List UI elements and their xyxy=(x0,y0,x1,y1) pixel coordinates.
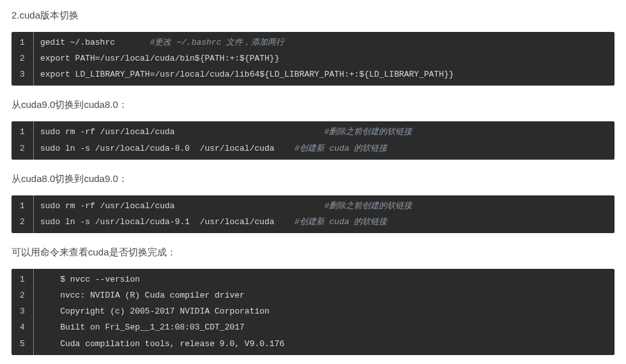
code-row: 2 export PATH=/usr/local/cuda/bin${PATH:… xyxy=(11,51,615,67)
code-text: sudo rm -rf /usr/local/cuda xyxy=(40,127,175,137)
paragraph-switch-to-9: 从cuda8.0切换到cuda9.0： xyxy=(11,171,615,186)
code-comment: #更改 ~/.bashrc 文件，添加两行 xyxy=(150,38,285,47)
code-row: 4 Built on Fri_Sep__1_21:08:03_CDT_2017 xyxy=(11,320,615,336)
code-text: sudo rm -rf /usr/local/cuda xyxy=(40,201,175,211)
line-number: 4 xyxy=(11,320,33,336)
code-line: export PATH=/usr/local/cuda/bin${PATH:+:… xyxy=(33,51,615,67)
line-number: 3 xyxy=(11,304,33,320)
line-number: 2 xyxy=(11,51,33,67)
line-number: 5 xyxy=(11,336,33,355)
code-row: 1 sudo rm -rf /usr/local/cuda #删除之前创建的软链… xyxy=(11,121,615,140)
code-line: export LD_LIBRARY_PATH=/usr/local/cuda/l… xyxy=(33,67,615,86)
code-line: Cuda compilation tools, release 9.0, V9.… xyxy=(33,336,615,355)
code-line: Built on Fri_Sep__1_21:08:03_CDT_2017 xyxy=(33,320,615,336)
code-comment: #创建新 cuda 的软链接 xyxy=(294,217,388,227)
code-text: sudo ln -s /usr/local/cuda-9.1 /usr/loca… xyxy=(40,217,275,227)
code-line: sudo ln -s /usr/local/cuda-9.1 /usr/loca… xyxy=(33,214,615,233)
line-number: 2 xyxy=(11,214,33,233)
code-text: export PATH=/usr/local/cuda/bin${PATH:+:… xyxy=(40,54,279,63)
line-number: 1 xyxy=(11,121,33,140)
code-row: 1 $ nvcc --version xyxy=(11,269,615,288)
code-line: nvcc: NVIDIA (R) Cuda compiler driver xyxy=(33,288,615,304)
code-line: Copyright (c) 2005-2017 NVIDIA Corporati… xyxy=(33,304,615,320)
code-line: $ nvcc --version xyxy=(33,269,615,288)
code-row: 2 sudo ln -s /usr/local/cuda-9.1 /usr/lo… xyxy=(11,214,615,233)
paragraph-verify: 可以用命令来查看cuda是否切换完成： xyxy=(11,245,615,260)
code-comment: #删除之前创建的软链接 xyxy=(324,127,413,137)
code-row: 5 Cuda compilation tools, release 9.0, V… xyxy=(11,336,615,355)
code-row: 3 Copyright (c) 2005-2017 NVIDIA Corpora… xyxy=(11,304,615,320)
code-line: gedit ~/.bashrc #更改 ~/.bashrc 文件，添加两行 xyxy=(33,32,615,51)
code-text: export LD_LIBRARY_PATH=/usr/local/cuda/l… xyxy=(40,70,454,79)
code-block-bashrc: 1 gedit ~/.bashrc #更改 ~/.bashrc 文件，添加两行 … xyxy=(11,32,615,86)
paragraph-switch-to-8: 从cuda9.0切换到cuda8.0： xyxy=(11,97,615,112)
line-number: 1 xyxy=(11,269,33,288)
code-row: 3 export LD_LIBRARY_PATH=/usr/local/cuda… xyxy=(11,67,615,86)
code-row: 1 sudo rm -rf /usr/local/cuda #删除之前创建的软链… xyxy=(11,195,615,215)
code-block-nvcc: 1 $ nvcc --version 2 nvcc: NVIDIA (R) Cu… xyxy=(11,269,615,355)
code-row: 2 sudo ln -s /usr/local/cuda-8.0 /usr/lo… xyxy=(11,140,615,160)
code-block-to-cuda8: 1 sudo rm -rf /usr/local/cuda #删除之前创建的软链… xyxy=(11,121,615,159)
line-number: 2 xyxy=(11,140,33,160)
line-number: 1 xyxy=(11,32,33,51)
line-number: 3 xyxy=(11,67,33,86)
code-line: sudo rm -rf /usr/local/cuda #删除之前创建的软链接 xyxy=(33,195,615,215)
code-line: sudo ln -s /usr/local/cuda-8.0 /usr/loca… xyxy=(33,140,615,160)
line-number: 1 xyxy=(11,195,33,215)
code-comment: #创建新 cuda 的软链接 xyxy=(294,144,388,153)
code-row: 2 nvcc: NVIDIA (R) Cuda compiler driver xyxy=(11,288,615,304)
code-text: gedit ~/.bashrc xyxy=(40,38,115,47)
section-title: 2.cuda版本切换 xyxy=(11,8,615,23)
code-comment: #删除之前创建的软链接 xyxy=(324,201,413,211)
code-line: sudo rm -rf /usr/local/cuda #删除之前创建的软链接 xyxy=(33,121,615,140)
line-number: 2 xyxy=(11,288,33,304)
code-row: 1 gedit ~/.bashrc #更改 ~/.bashrc 文件，添加两行 xyxy=(11,32,615,51)
code-block-to-cuda9: 1 sudo rm -rf /usr/local/cuda #删除之前创建的软链… xyxy=(11,195,615,233)
code-text: sudo ln -s /usr/local/cuda-8.0 /usr/loca… xyxy=(40,144,275,153)
